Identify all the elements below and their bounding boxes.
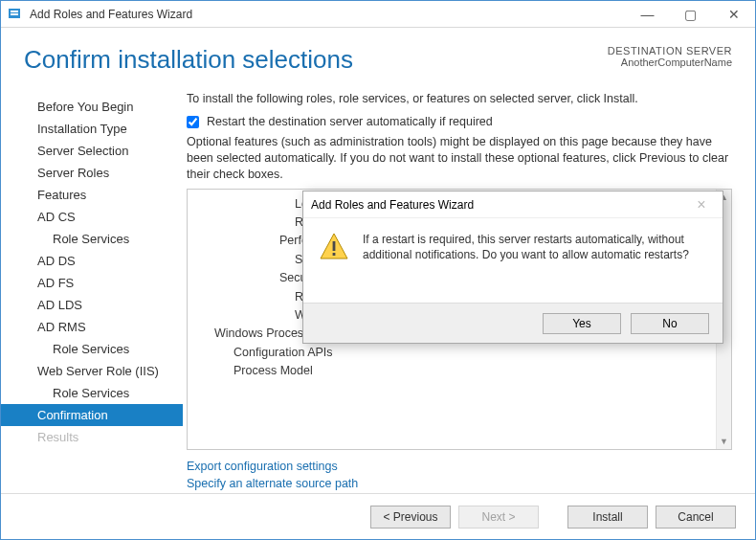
dialog-title: Add Roles and Features Wizard bbox=[311, 198, 688, 212]
sidebar-item-ad-rms-role-services[interactable]: Role Services bbox=[1, 338, 183, 360]
destination-server-label: DESTINATION SERVER bbox=[608, 45, 732, 56]
sidebar: Before You Begin Installation Type Serve… bbox=[1, 86, 183, 493]
dialog-footer: Yes No bbox=[303, 303, 723, 343]
dialog-body: If a restart is required, this server re… bbox=[303, 218, 723, 303]
install-button[interactable]: Install bbox=[567, 506, 648, 529]
destination-server-info: DESTINATION SERVER AnotherComputerName bbox=[608, 45, 732, 68]
svg-rect-5 bbox=[333, 253, 336, 256]
minimize-button[interactable]: — bbox=[626, 1, 669, 28]
window-buttons: — ▢ ✕ bbox=[626, 1, 755, 28]
dialog-yes-button[interactable]: Yes bbox=[543, 313, 621, 334]
alternate-source-link[interactable]: Specify an alternate source path bbox=[187, 475, 732, 493]
dialog-close-button[interactable]: × bbox=[688, 196, 715, 214]
dialog-message: If a restart is required, this server re… bbox=[363, 232, 707, 262]
sidebar-item-ad-cs-role-services[interactable]: Role Services bbox=[1, 228, 183, 250]
intro-text: To install the following roles, role ser… bbox=[187, 92, 732, 105]
svg-rect-2 bbox=[11, 13, 18, 15]
restart-checkbox[interactable] bbox=[187, 116, 199, 128]
links: Export configuration settings Specify an… bbox=[187, 458, 732, 494]
header: Confirm installation selections DESTINAT… bbox=[1, 28, 755, 86]
sidebar-item-ad-ds[interactable]: AD DS bbox=[1, 250, 183, 272]
sidebar-item-features[interactable]: Features bbox=[1, 184, 183, 206]
sidebar-item-results: Results bbox=[1, 426, 183, 448]
sidebar-item-before-you-begin[interactable]: Before You Begin bbox=[1, 96, 183, 118]
feature-item: Process Model bbox=[188, 362, 716, 380]
page-heading: Confirm installation selections bbox=[24, 45, 353, 75]
restart-checkbox-label: Restart the destination server automatic… bbox=[207, 115, 493, 128]
feature-item: Configuration APIs bbox=[188, 344, 716, 362]
svg-rect-1 bbox=[11, 11, 18, 12]
close-button[interactable]: ✕ bbox=[712, 1, 755, 28]
sidebar-item-server-roles[interactable]: Server Roles bbox=[1, 162, 183, 184]
export-config-link[interactable]: Export configuration settings bbox=[187, 458, 732, 476]
sidebar-item-ad-fs[interactable]: AD FS bbox=[1, 272, 183, 294]
server-manager-icon bbox=[7, 6, 24, 23]
sidebar-item-server-selection[interactable]: Server Selection bbox=[1, 140, 183, 162]
sidebar-item-installation-type[interactable]: Installation Type bbox=[1, 118, 183, 140]
dialog-no-button[interactable]: No bbox=[631, 313, 709, 334]
window-title: Add Roles and Features Wizard bbox=[30, 8, 626, 21]
svg-rect-4 bbox=[333, 241, 336, 251]
cancel-button[interactable]: Cancel bbox=[656, 506, 736, 529]
sidebar-item-iis-role-services[interactable]: Role Services bbox=[1, 382, 183, 404]
previous-button[interactable]: < Previous bbox=[370, 506, 451, 529]
sidebar-item-ad-cs[interactable]: AD CS bbox=[1, 206, 183, 228]
dialog-titlebar: Add Roles and Features Wizard × bbox=[303, 191, 723, 218]
scroll-down-icon[interactable]: ▼ bbox=[717, 434, 731, 449]
next-button: Next > bbox=[458, 506, 539, 529]
restart-checkbox-row[interactable]: Restart the destination server automatic… bbox=[187, 115, 732, 128]
optional-features-note: Optional features (such as administratio… bbox=[187, 134, 732, 183]
titlebar: Add Roles and Features Wizard — ▢ ✕ bbox=[1, 1, 755, 28]
sidebar-item-ad-rms[interactable]: AD RMS bbox=[1, 316, 183, 338]
warning-icon bbox=[319, 232, 349, 262]
sidebar-item-ad-lds[interactable]: AD LDS bbox=[1, 294, 183, 316]
confirm-restart-dialog: Add Roles and Features Wizard × If a res… bbox=[302, 191, 723, 344]
footer: < Previous Next > Install Cancel bbox=[1, 493, 755, 539]
maximize-button[interactable]: ▢ bbox=[669, 1, 712, 28]
wizard-window: Add Roles and Features Wizard — ▢ ✕ Conf… bbox=[0, 0, 756, 540]
destination-server-name: AnotherComputerName bbox=[608, 56, 732, 68]
sidebar-item-web-server-role[interactable]: Web Server Role (IIS) bbox=[1, 360, 183, 382]
sidebar-item-confirmation[interactable]: Confirmation bbox=[1, 404, 183, 426]
